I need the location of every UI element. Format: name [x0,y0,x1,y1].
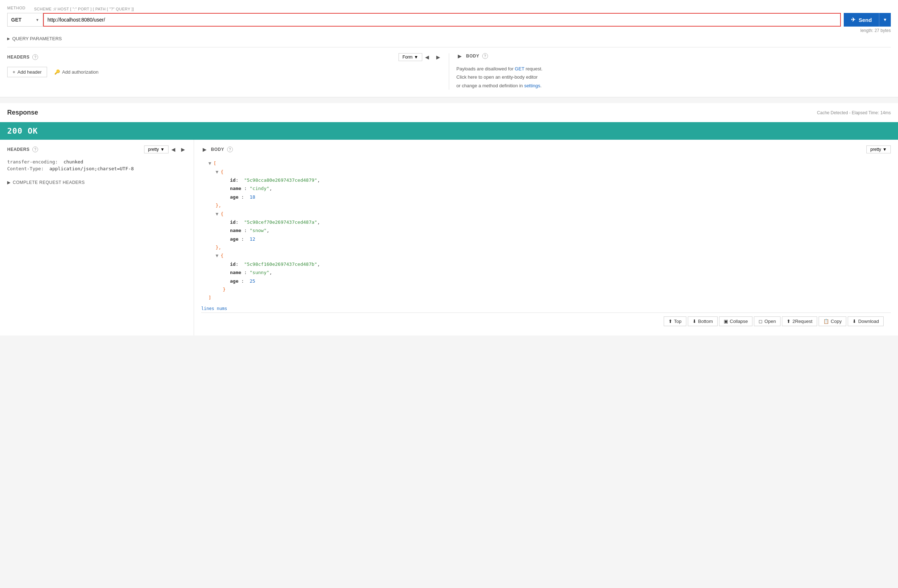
header-item: Content-Type: application/json;charset=U… [7,166,186,171]
collapse-label: Collapse [730,319,748,324]
length-info: length: 27 bytes [7,28,891,33]
2request-icon: ⬆ [787,319,790,324]
form-label: Form [403,55,412,60]
headers-help-icon[interactable]: ? [32,54,38,60]
top-icon: ⬆ [668,319,672,324]
send-button[interactable]: ✈ Send [844,13,879,26]
open-button[interactable]: ◻ Open [754,316,781,326]
json-line: }, [201,243,891,252]
add-auth-label: Add authorization [62,69,98,75]
bottom-icon: ⬇ [692,319,697,324]
complete-headers-label: COMPLETE REQUEST HEADERS [13,180,85,185]
send-label: Send [858,17,872,23]
response-body-pretty-btn[interactable]: pretty ▼ [866,146,891,154]
header-actions: + Add header 🔑 Add authorization [7,67,441,77]
2request-button[interactable]: ⬆ 2Request [782,316,817,326]
elapsed-time: Cache Detected - Elapsed Time: 14ms [817,110,891,115]
json-line: age : 18 [201,193,891,201]
json-line: id : "5c98cf160e2697437ced487b" , [201,260,891,268]
pretty-arrow: ▼ [160,147,165,152]
download-button[interactable]: ⬇ Download [848,316,884,326]
complete-headers-toggle[interactable]: ▶ COMPLETE REQUEST HEADERS [7,180,186,185]
collapse-icon: ▣ [724,319,728,324]
obj-2-collapse[interactable]: ▼ [215,210,221,218]
body-help-icon[interactable]: ? [482,53,488,59]
method-select[interactable]: GET ▼ [7,13,43,26]
bottom-label: Bottom [698,319,713,324]
json-line: age : 25 [201,277,891,285]
collapse-button[interactable]: ▣ Collapse [719,316,753,326]
labels-row: METHOD SCHEME :// HOST [ ":" PORT ] [ PA… [7,6,891,11]
array-collapse-toggle[interactable]: ▼ [208,159,214,167]
request-section: METHOD SCHEME :// HOST [ ":" PORT ] [ PA… [0,0,898,97]
obj-3-collapse[interactable]: ▼ [215,252,221,260]
request-panels: HEADERS ? Form ▼ ◀ ▶ + Add header 🔑 [7,47,891,90]
open-icon: ◻ [758,319,763,324]
body-msg-1: Payloads are disallowed for [457,66,515,72]
method-dropdown-arrow: ▼ [35,18,39,22]
status-text: 200 OK [7,126,38,135]
obj-1-collapse[interactable]: ▼ [215,168,221,176]
bottom-button[interactable]: ⬇ Bottom [688,316,718,326]
response-title-bar: Response Cache Detected - Elapsed Time: … [0,103,898,122]
response-headers-help[interactable]: ? [32,147,38,152]
json-line: ▼ { [201,252,891,260]
json-line: age : 12 [201,235,891,243]
settings-link[interactable]: settings [524,83,540,88]
body-panel-header: ▶ BODY ? [457,53,891,59]
query-params-arrow: ▶ [7,37,10,41]
response-headers-panel: HEADERS ? pretty ▼ ◀ ▶ transfer-encoding… [0,140,194,335]
url-input[interactable] [43,13,841,26]
open-label: Open [764,319,776,324]
2request-label: 2Request [792,319,812,324]
complete-headers-arrow: ▶ [7,180,11,185]
add-header-button[interactable]: + Add header [7,67,47,77]
get-link[interactable]: GET [515,66,524,72]
body-title: BODY [466,54,479,58]
response-header-items: transfer-encoding: chunked Content-Type:… [7,159,186,171]
copy-button[interactable]: 📋 Copy [819,316,846,326]
method-label: METHOD [7,6,26,10]
response-body-expand-left[interactable]: ▶ [201,147,208,152]
json-line: }, [201,201,891,209]
send-dropdown-button[interactable]: ▼ [879,13,891,26]
url-bar-row: GET ▼ ✈ Send ▼ [7,13,891,26]
response-panels: HEADERS ? pretty ▼ ◀ ▶ transfer-encoding… [0,140,898,335]
json-line: name : "cindy" , [201,184,891,192]
json-line: ▼ { [201,168,891,176]
response-body-panel: ▶ BODY ? pretty ▼ ▼ [ ▼ [194,140,898,335]
method-column: METHOD [7,6,26,11]
json-line: name : "snow" , [201,226,891,235]
json-line: } [201,285,891,293]
status-bar: 200 OK [0,122,898,140]
response-headers-expand-right[interactable]: ▶ [180,147,186,152]
download-icon: ⬇ [852,319,856,324]
headers-collapse-left[interactable]: ◀ [424,54,431,60]
response-body-pretty-label: pretty [870,147,881,152]
json-line: name : "sunny" , [201,268,891,276]
add-header-label: Add header [18,69,42,75]
url-column-label: SCHEME :// HOST [ ":" PORT ] [ PATH [ "?… [30,6,891,11]
response-body-pretty-arrow: ▼ [883,147,887,152]
response-body-help[interactable]: ? [227,147,233,152]
headers-expand-right[interactable]: ▶ [435,54,441,60]
top-button[interactable]: ⬆ Top [664,316,686,326]
query-params-toggle[interactable]: ▶ QUERY PARAMETERS [7,36,891,41]
pretty-label: pretty [148,147,159,152]
body-msg-2: request. [524,66,543,72]
request-body-panel: ▶ BODY ? Payloads are disallowed for GET… [449,53,891,90]
response-body-panel-header: ▶ BODY ? pretty ▼ [201,146,891,154]
download-label: Download [858,319,879,324]
response-headers-pretty-btn[interactable]: pretty ▼ [144,146,169,154]
add-authorization-button[interactable]: 🔑 Add authorization [54,69,98,75]
form-button[interactable]: Form ▼ [398,53,422,61]
response-title: Response [7,109,38,117]
json-line: ▼ { [201,210,891,218]
response-headers-collapse-left[interactable]: ◀ [170,147,177,152]
body-expand-left[interactable]: ▶ [457,53,463,59]
body-msg-3: Click here to open an entity-body editor [457,74,538,80]
body-message: Payloads are disallowed for GET request.… [457,64,891,90]
copy-label: Copy [831,319,841,324]
response-headers-panel-header: HEADERS ? pretty ▼ ◀ ▶ [7,146,186,154]
lines-nums-link[interactable]: lines nums [201,305,227,313]
